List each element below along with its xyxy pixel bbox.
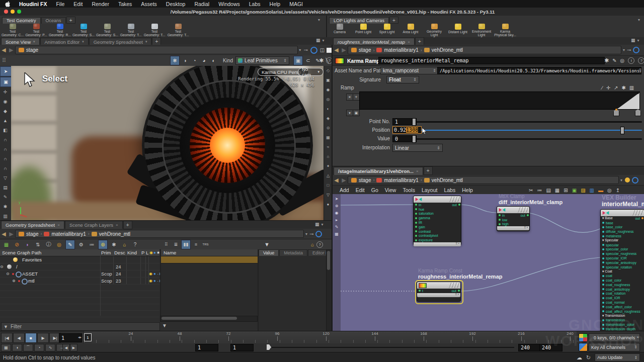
port-in[interactable]: inout [497, 213, 529, 218]
menu-radial[interactable]: Radial [194, 1, 209, 7]
input-dot[interactable] [415, 217, 417, 219]
range-start2-field[interactable]: 1 [230, 344, 254, 351]
param-specular[interactable]: specular [601, 243, 644, 247]
position-field[interactable]: 0.921308 [392, 126, 422, 134]
shelf-tools-icon[interactable]: ▤ [0, 183, 11, 192]
white-panel-icon[interactable] [327, 48, 332, 53]
ramp-collapse-button[interactable]: ▾ [346, 110, 353, 116]
sheet-case-icon[interactable]: ⌂ [311, 242, 314, 247]
param-coat_roughness[interactable]: coat_roughness [601, 283, 644, 287]
settings-tool-icon[interactable]: ✱ [0, 202, 11, 211]
app-menu[interactable]: Houdini FX [19, 1, 47, 7]
link-target-icon[interactable] [310, 47, 317, 54]
key-channels-icon[interactable] [579, 343, 588, 351]
node-name-field[interactable]: roughness_interiorMetal_remap [378, 57, 605, 64]
sheet-link-icon[interactable] [315, 231, 322, 237]
view-box-icon[interactable]: □ [324, 180, 332, 190]
output-dot[interactable] [641, 217, 643, 219]
position-slider[interactable] [421, 130, 642, 131]
net-menu-tools[interactable]: Tools [403, 187, 415, 193]
scene-graph-row-[interactable]: ⊖/24 [0, 263, 159, 270]
range-slider-handle[interactable] [267, 344, 271, 350]
param-group-specular[interactable]: ▾ Specular [601, 238, 644, 243]
range-start-field[interactable]: 1 [195, 344, 218, 351]
ramp-delete-point-button[interactable]: × [346, 94, 353, 101]
shelf-left-add-tab[interactable]: + [66, 17, 75, 24]
select-tool-icon[interactable]: ➤ [0, 66, 12, 76]
param-dot[interactable] [602, 226, 604, 228]
ramp-endpoint-dot[interactable] [637, 92, 639, 94]
param-info-icon[interactable]: i [628, 57, 634, 64]
menu-magi[interactable]: MAGI [289, 1, 303, 7]
output-dot[interactable] [458, 290, 460, 292]
snap-prim-icon[interactable]: ∩ [0, 164, 11, 173]
view-axis-icon[interactable]: △ [324, 171, 332, 180]
row-activate-icon[interactable]: ◉ [149, 279, 152, 283]
sheet-pin-icon[interactable]: ⊸ [309, 231, 313, 237]
param-dot[interactable] [602, 293, 604, 295]
menu-edit[interactable]: Edit [73, 1, 83, 7]
input-dot[interactable] [415, 230, 417, 232]
shelf-tool[interactable]: Area Light [399, 24, 422, 37]
pane-tab-scene-graph-layers[interactable]: Scene Graph Layers× [65, 221, 123, 229]
path-item-vehDrone_mtl[interactable]: vehDrone_mtl [424, 177, 463, 183]
param-specular_anisotropy[interactable]: specular_anisotropy [601, 260, 644, 265]
shelf-tool[interactable]: Test Geometry: S... [72, 24, 95, 37]
search-icon[interactable]: ◎ [607, 188, 612, 193]
param-back-icon[interactable]: ◀ [333, 46, 340, 54]
net-menu-go[interactable]: Go [371, 187, 378, 193]
shelf-tab-test-geometry[interactable]: Test Geometry [2, 17, 41, 24]
cut-wires-icon[interactable]: ✂ [529, 188, 533, 193]
position-slider-handle[interactable] [620, 127, 624, 134]
col-l[interactable]: L [146, 250, 148, 255]
row-activate-icon[interactable]: ◉ [149, 272, 152, 276]
port-saturation[interactable]: saturation [414, 212, 461, 216]
shelf-tool[interactable]: Test Geometry: T... [167, 24, 190, 37]
menu-help[interactable]: Help [270, 1, 281, 7]
list-view-icon[interactable]: ▤ [546, 188, 550, 193]
keys-summary[interactable]: 0 keys, 0/0 channels [589, 333, 640, 342]
port-contrast[interactable]: contrast [414, 229, 461, 234]
network-add-tab[interactable]: + [424, 166, 433, 175]
gear-icon[interactable]: ✱ [110, 240, 118, 249]
collapse-icon[interactable]: ⊖ [0, 264, 4, 269]
param-dot[interactable] [602, 288, 604, 290]
output-dot[interactable] [458, 204, 460, 206]
playhead-marker[interactable]: 1 [84, 333, 92, 341]
sheet-add-tab[interactable]: + [123, 221, 132, 229]
keyframe-colors-icon[interactable] [579, 333, 588, 342]
net-link-icon[interactable] [632, 177, 638, 184]
param-help-icon[interactable]: ? [638, 57, 644, 64]
input-dot[interactable] [415, 222, 417, 224]
shelf-tool[interactable]: Geometry Light [423, 24, 446, 37]
range-end2-field[interactable]: 240 [539, 344, 562, 351]
grid-snap-icon[interactable]: ▦ [555, 188, 559, 193]
input-dot[interactable] [415, 235, 417, 237]
select-points-icon[interactable]: ◔ [190, 56, 199, 65]
frame-selection-icon[interactable]: ▣ [572, 188, 577, 193]
col-visible-icon[interactable]: ● [153, 250, 156, 255]
param-transmission[interactable]: transmission [601, 318, 644, 322]
lasso-select-icon[interactable]: ⊂ [304, 56, 312, 65]
port-exposure[interactable]: exposure [414, 238, 461, 242]
param-specular_roughness[interactable]: specular_roughness [601, 251, 644, 256]
port-low[interactable]: low [497, 218, 529, 222]
close-window-icon[interactable] [4, 10, 8, 14]
view-fog-icon[interactable]: ≈ [324, 142, 332, 152]
scene-view-path[interactable]: stage [15, 46, 298, 54]
color-palette-icon[interactable]: ▨ [581, 188, 585, 193]
shelf-tab-oceans[interactable]: Oceans [41, 17, 66, 24]
graph-icon[interactable]: ▦ [2, 240, 11, 249]
net-forward-icon[interactable]: ▶ [340, 176, 348, 184]
shelf-tab-lop-lights-and-cameras[interactable]: LOP Lights and Cameras [329, 17, 389, 24]
asset-path-field[interactable]: /Applications/Houdini/Houdini20.5.323/Fr… [437, 67, 641, 74]
zoom-window-icon[interactable] [17, 10, 21, 14]
spreadsheet-path[interactable]: stage›materiallibrary1›vehDrone_mtl [15, 230, 304, 238]
scene-graph-row-asset[interactable]: ⊖ASSETScop24◉●·➤ [0, 270, 159, 278]
input-dot[interactable] [415, 226, 417, 228]
clamp-node[interactable]: inoutlowhigh [497, 206, 530, 231]
net-path-dropdown-icon[interactable]: ▾ [620, 178, 622, 183]
signature-dropdown[interactable]: Float⇕ [386, 76, 419, 83]
handles-tool-icon[interactable]: ✛ [0, 87, 11, 97]
col-kind[interactable]: Kind [127, 250, 137, 255]
